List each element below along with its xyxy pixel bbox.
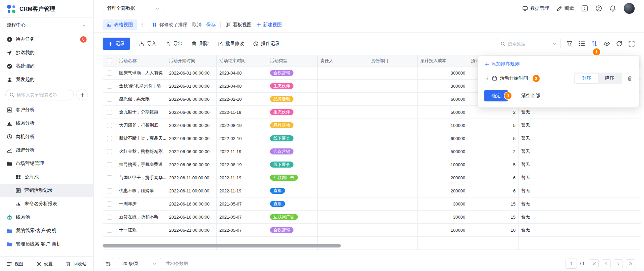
sidebar-footer-item[interactable]: 回收站 (66, 261, 87, 267)
last-page-button[interactable] (626, 259, 635, 268)
sidebar-item[interactable]: 待办任务6 (0, 33, 93, 46)
row-checkbox[interactable] (107, 84, 112, 89)
sidebar-item[interactable]: 未命名分析报表 (0, 197, 93, 211)
user-avatar[interactable] (624, 3, 635, 14)
row-checkbox[interactable] (107, 110, 112, 115)
filter-icon[interactable] (566, 40, 573, 47)
table-search-box[interactable] (497, 38, 560, 49)
sidebar-item[interactable]: 我发起的 (0, 73, 93, 86)
sort-icon[interactable]: 1 (591, 40, 598, 47)
sidebar-item-label: 公海池 (24, 174, 39, 180)
edit-button[interactable]: 编辑 (556, 5, 574, 11)
operation-log-button[interactable]: 操作记录 (253, 41, 280, 47)
chevron-right-icon (616, 262, 621, 266)
delete-button[interactable]: 删除 (191, 41, 209, 47)
empty-cell (617, 197, 641, 211)
select-all-checkbox[interactable] (107, 58, 112, 63)
sidebar-item[interactable]: 客户分析 (0, 103, 93, 117)
page-size-select[interactable]: 20 条/页 (119, 258, 161, 269)
batch-edit-button[interactable]: 批量修改 (217, 41, 244, 47)
sidebar-item[interactable]: 管理员线索-客户-商机 (0, 237, 93, 251)
column-header[interactable]: 活动结束时间 (217, 55, 267, 66)
row-checkbox[interactable] (107, 201, 112, 207)
view-options-icon[interactable] (140, 22, 145, 27)
footer-item-label: 回收站 (73, 261, 87, 267)
table-search-input[interactable] (508, 41, 549, 46)
prev-page-button[interactable] (602, 259, 611, 268)
notifications-icon[interactable] (609, 5, 616, 12)
column-header[interactable]: 活动类型 (267, 55, 318, 66)
visibility-icon[interactable] (603, 40, 610, 47)
sidebar-item[interactable]: 商机分析 (0, 130, 93, 143)
refresh-icon[interactable] (616, 40, 623, 47)
drag-handle-icon[interactable] (484, 76, 489, 81)
sidebar-item[interactable]: 线索池 (0, 211, 93, 224)
add-record-button[interactable]: 记录 (103, 38, 130, 50)
sidebar-section-process-center[interactable]: 流程中心 (0, 18, 93, 33)
row-height-button[interactable] (103, 258, 114, 269)
edit-icon (556, 6, 562, 11)
sidebar-footer-item[interactable]: 视图 (7, 261, 23, 267)
confirm-button[interactable]: 确定 3 (484, 90, 508, 101)
column-header[interactable]: 预计投入成本 (418, 55, 468, 66)
next-page-button[interactable] (614, 259, 623, 268)
row-checkbox[interactable] (107, 188, 112, 193)
row-checkbox-cell (103, 119, 116, 132)
export-button[interactable]: 导出 (165, 41, 182, 47)
sidebar-item[interactable]: 抄送我的 (0, 46, 93, 59)
cost-cell: 300000 (418, 80, 468, 93)
column-header[interactable]: 活动开始时间 (166, 55, 217, 66)
row-checkbox[interactable] (107, 97, 112, 102)
sidebar-item[interactable]: 我的线索-客户-商机 (0, 224, 93, 237)
tab-kanban-view[interactable]: 看板视图 (225, 22, 252, 28)
row-checkbox[interactable] (107, 149, 112, 154)
sidebar-item[interactable]: 线索分析 (0, 117, 93, 130)
sidebar-search-input[interactable] (17, 92, 70, 97)
scrollbar-thumb[interactable] (103, 244, 341, 247)
display-columns-icon[interactable] (579, 40, 585, 47)
fullscreen-icon[interactable] (628, 40, 635, 47)
sidebar-item[interactable]: 营销活动记录 (0, 184, 93, 197)
first-page-button[interactable] (590, 259, 599, 268)
row-checkbox[interactable] (107, 215, 112, 220)
clear-all-button[interactable]: 清空全部 (521, 93, 540, 99)
check-circle-icon (7, 63, 12, 69)
sidebar-item[interactable]: 公海池 (0, 170, 93, 184)
row-checkbox[interactable] (107, 136, 112, 141)
add-form-button[interactable] (76, 89, 88, 100)
row-checkbox[interactable] (107, 175, 112, 180)
column-header[interactable]: 责任人 (318, 55, 368, 66)
start-time-cell: 2022-06-16 00:00:00 (166, 197, 217, 211)
row-checkbox[interactable] (107, 228, 112, 233)
data-manage-button[interactable]: 数据管理 (522, 5, 549, 11)
add-sort-rule-button[interactable]: 添加排序规则 (484, 61, 633, 67)
tab-table-view[interactable]: 表格视图 (103, 19, 137, 30)
current-page-input[interactable] (566, 259, 577, 269)
data-scope-select[interactable]: 管理全部数据 (103, 3, 164, 14)
row-checkbox-cell (103, 93, 116, 106)
new-view-button[interactable]: 新建视图 (256, 22, 282, 28)
sort-field-name[interactable]: 活动开始时间 (500, 75, 528, 81)
save-sort-button[interactable]: 保存 (206, 22, 216, 28)
horizontal-scrollbar[interactable] (103, 244, 641, 247)
sidebar-item[interactable]: 跟进分析 (0, 143, 93, 157)
language-icon[interactable]: 文 (581, 5, 588, 12)
empty-cell (567, 158, 617, 171)
column-header[interactable]: 责任部门 (368, 55, 418, 66)
department-cell (368, 224, 418, 237)
export-label: 导出 (173, 41, 182, 47)
column-header[interactable]: 活动名称 (116, 55, 166, 66)
help-icon[interactable]: ? (595, 5, 602, 12)
row-checkbox[interactable] (107, 71, 112, 76)
sidebar-footer-item[interactable]: 设置 (36, 261, 53, 267)
sidebar-item[interactable]: 市场营销管理 (0, 157, 93, 170)
cancel-sort-button[interactable]: 取消 (192, 22, 202, 28)
ascending-option[interactable]: 升序 (575, 74, 598, 83)
delete-rule-icon[interactable] (627, 76, 633, 81)
sidebar-item[interactable]: 我处理的 (0, 59, 93, 73)
sidebar-search-box[interactable] (5, 89, 74, 100)
row-checkbox[interactable] (107, 123, 112, 128)
import-button[interactable]: 导入 (139, 41, 156, 47)
descending-option[interactable]: 降序 (598, 74, 621, 83)
row-checkbox[interactable] (107, 162, 112, 167)
